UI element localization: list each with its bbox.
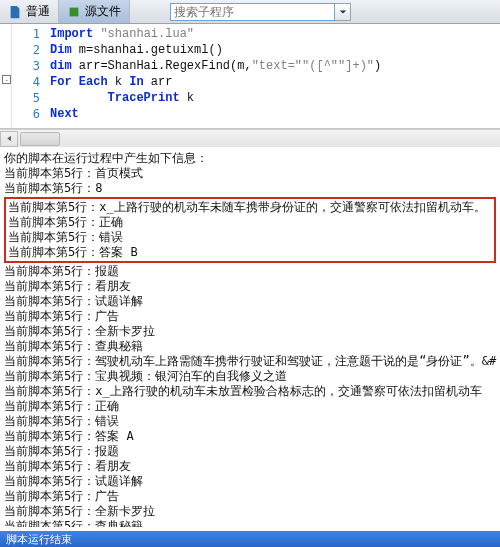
- line-gutter: 123456: [12, 24, 46, 128]
- output-line: 当前脚本第5行：首页模式: [4, 166, 496, 181]
- toolbar: 普通 源文件: [0, 0, 500, 24]
- output-line: 当前脚本第5行：试题详解: [4, 294, 496, 309]
- output-line: 当前脚本第5行：报题: [4, 264, 496, 279]
- output-line: 当前脚本第5行：答案 B: [8, 245, 492, 260]
- output-line: 你的脚本在运行过程中产生如下信息：: [4, 151, 496, 166]
- doc-icon: [8, 5, 22, 19]
- line-number: 6: [12, 106, 40, 122]
- output-line: 当前脚本第5行：广告: [4, 309, 496, 324]
- output-line: 当前脚本第5行：答案 A: [4, 429, 496, 444]
- highlight-box: 当前脚本第5行：x_上路行驶的机动车未随车携带身份证的，交通警察可依法扣留机动车…: [4, 197, 496, 263]
- output-line: 当前脚本第5行：全新卡罗拉: [4, 504, 496, 519]
- source-icon: [67, 5, 81, 19]
- output-line: 当前脚本第5行：查典秘籍: [4, 339, 496, 354]
- output-line: 当前脚本第5行：8: [4, 181, 496, 196]
- code-line[interactable]: Import "shanhai.lua": [50, 26, 381, 42]
- output-line: 当前脚本第5行：正确: [8, 215, 492, 230]
- tab-source[interactable]: 源文件: [59, 0, 130, 23]
- triangle-left-icon: [6, 135, 13, 142]
- line-number: 3: [12, 58, 40, 74]
- scroll-left-button[interactable]: [0, 131, 18, 147]
- horizontal-scrollbar[interactable]: [0, 129, 500, 147]
- scroll-thumb[interactable]: [20, 132, 60, 146]
- tab-source-label: 源文件: [85, 3, 121, 20]
- output-line: 当前脚本第5行：错误: [4, 414, 496, 429]
- line-number: 4: [12, 74, 40, 90]
- output-line: 当前脚本第5行：广告: [4, 489, 496, 504]
- status-text: 脚本运行结束: [6, 533, 72, 545]
- code-editor[interactable]: - 123456 Import "shanhai.lua"Dim m=shanh…: [0, 24, 500, 129]
- output-line: 当前脚本第5行：报题: [4, 444, 496, 459]
- output-line: 当前脚本第5行：驾驶机动车上路需随车携带行驶证和驾驶证，注意题干说的是“身份证”…: [4, 354, 496, 369]
- line-number: 1: [12, 26, 40, 42]
- fold-minus-icon[interactable]: -: [2, 75, 11, 84]
- search-dropdown-button[interactable]: [335, 3, 351, 21]
- output-line: 当前脚本第5行：看朋友: [4, 459, 496, 474]
- output-line: 当前脚本第5行：错误: [8, 230, 492, 245]
- code-line[interactable]: Next: [50, 106, 381, 122]
- code-line[interactable]: Dim m=shanhai.getuixml(): [50, 42, 381, 58]
- output-line: 当前脚本第5行：x_上路行驶的机动车未随车携带身份证的，交通警察可依法扣留机动车…: [8, 200, 492, 215]
- status-bar: 脚本运行结束: [0, 531, 500, 547]
- code-line[interactable]: dim arr=ShanHai.RegexFind(m,"text=""([^"…: [50, 58, 381, 74]
- output-line: 当前脚本第5行：试题详解: [4, 474, 496, 489]
- search-combo: [170, 0, 351, 23]
- fold-column: -: [0, 24, 12, 128]
- line-number: 2: [12, 42, 40, 58]
- code-line[interactable]: TracePrint k: [50, 90, 381, 106]
- tab-normal[interactable]: 普通: [0, 0, 59, 23]
- output-line: 当前脚本第5行：查典秘籍: [4, 519, 496, 527]
- output-pane[interactable]: 你的脚本在运行过程中产生如下信息：当前脚本第5行：首页模式当前脚本第5行：8当前…: [0, 147, 500, 527]
- code-line[interactable]: For Each k In arr: [50, 74, 381, 90]
- output-line: 当前脚本第5行：宝典视频：银河泊车的自我修义之道: [4, 369, 496, 384]
- output-line: 当前脚本第5行：x_上路行驶的机动车未放置检验合格标志的，交通警察可依法扣留机动…: [4, 384, 496, 399]
- line-number: 5: [12, 90, 40, 106]
- code-body[interactable]: Import "shanhai.lua"Dim m=shanhai.getuix…: [46, 24, 381, 128]
- tab-normal-label: 普通: [26, 3, 50, 20]
- output-line: 当前脚本第5行：全新卡罗拉: [4, 324, 496, 339]
- output-line: 当前脚本第5行：正确: [4, 399, 496, 414]
- output-line: 当前脚本第5行：看朋友: [4, 279, 496, 294]
- chevron-down-icon: [339, 8, 347, 16]
- search-input[interactable]: [170, 3, 335, 21]
